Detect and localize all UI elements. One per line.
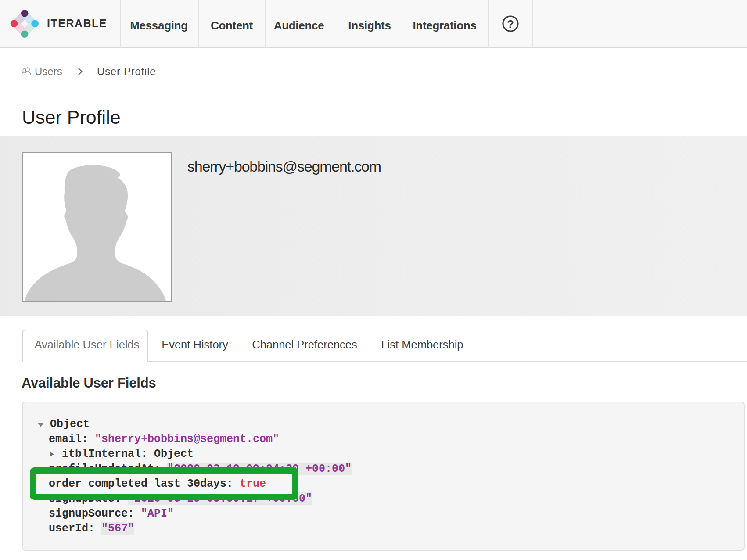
svg-text:?: ? <box>507 18 514 31</box>
